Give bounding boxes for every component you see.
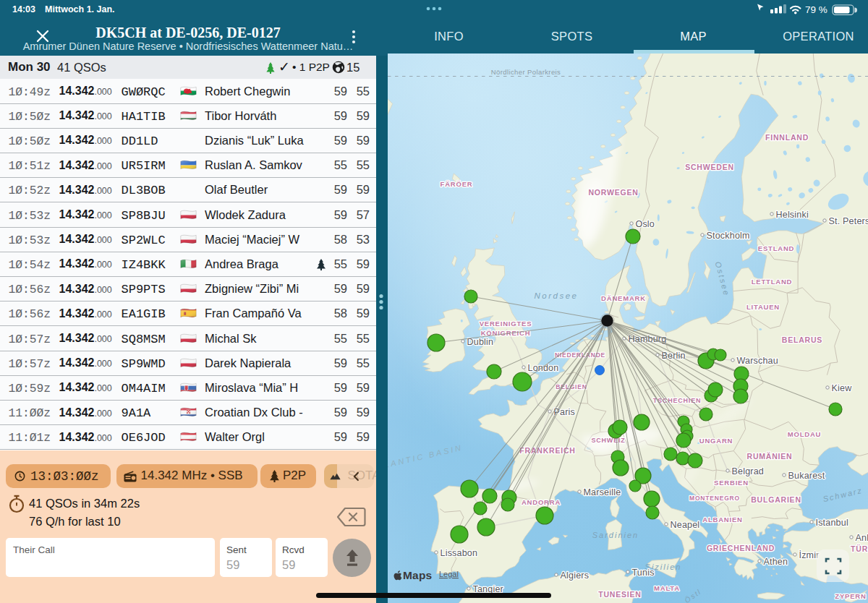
- svg-text:TUNESIEN: TUNESIEN: [598, 590, 642, 599]
- svg-text:MONTENEGRO: MONTENEGRO: [689, 495, 740, 502]
- svg-text:Belgrad: Belgrad: [732, 466, 765, 476]
- svg-text:Lissabon: Lissabon: [441, 548, 478, 558]
- svg-text:Istanbul: Istanbul: [816, 518, 848, 528]
- svg-text:London: London: [528, 363, 559, 373]
- svg-text:Marseille: Marseille: [584, 487, 621, 497]
- svg-text:RUMÄNIEN: RUMÄNIEN: [747, 452, 793, 461]
- svg-text:NORWEGEN: NORWEGEN: [588, 188, 638, 197]
- svg-text:LITAUEN: LITAUEN: [746, 303, 780, 311]
- svg-text:Nordsee: Nordsee: [535, 291, 579, 300]
- svg-text:TÜRKEI: TÜRKEI: [851, 544, 868, 553]
- svg-text:Bukarest: Bukarest: [788, 471, 825, 481]
- svg-text:BELARUS: BELARUS: [782, 335, 822, 344]
- svg-text:Kiew: Kiew: [832, 383, 853, 393]
- svg-text:FÄRÖER: FÄRÖER: [441, 180, 473, 188]
- svg-text:Algiers: Algiers: [561, 570, 590, 581]
- svg-text:MALTA: MALTA: [654, 584, 680, 592]
- svg-text:Tunis: Tunis: [632, 568, 655, 578]
- svg-text:St. Petersb: St. Petersb: [829, 216, 868, 226]
- svg-text:FRANKREICH: FRANKREICH: [519, 446, 575, 455]
- svg-text:VEREINIGTES: VEREINIGTES: [480, 320, 532, 328]
- svg-text:Sardinien: Sardinien: [592, 531, 639, 539]
- svg-text:ALBANIEN: ALBANIEN: [702, 516, 742, 523]
- svg-text:SCHWEDEN: SCHWEDEN: [685, 163, 734, 171]
- svg-text:Warschau: Warschau: [737, 356, 778, 366]
- svg-text:MOLDAU: MOLDAU: [788, 430, 822, 438]
- svg-text:ESTLAND: ESTLAND: [758, 244, 794, 252]
- svg-text:LETTLAND: LETTLAND: [752, 278, 793, 286]
- svg-text:ANDORRA: ANDORRA: [522, 498, 561, 506]
- svg-text:Berlin: Berlin: [662, 351, 686, 361]
- svg-text:Helsinki: Helsinki: [776, 210, 809, 220]
- svg-text:Anka: Anka: [856, 533, 868, 543]
- svg-text:GRIECHENLAND: GRIECHENLAND: [707, 544, 775, 552]
- svg-text:Maps: Maps: [403, 569, 432, 581]
- svg-text:79 %: 79 %: [805, 4, 827, 15]
- svg-text:DÄNEMARK: DÄNEMARK: [601, 294, 646, 302]
- svg-text:Nördlicher Polarkreis: Nördlicher Polarkreis: [491, 68, 561, 76]
- svg-text:SCHWEIZ: SCHWEIZ: [591, 437, 625, 444]
- svg-text:UNGARN: UNGARN: [699, 437, 733, 445]
- svg-text:Neapel: Neapel: [671, 520, 700, 530]
- svg-text:Legal: Legal: [439, 570, 459, 578]
- svg-text:BULGARIEN: BULGARIEN: [751, 495, 801, 504]
- svg-text:SERBIEN: SERBIEN: [714, 479, 749, 487]
- svg-text:Oslo: Oslo: [636, 219, 655, 229]
- svg-text:İzmir: İzmir: [799, 550, 820, 560]
- svg-text:Athen: Athen: [764, 557, 788, 567]
- svg-text:Stockholm: Stockholm: [707, 231, 750, 241]
- svg-text:ZYPERN: ZYPERN: [835, 592, 866, 600]
- svg-text:FINNLAND: FINNLAND: [765, 133, 809, 142]
